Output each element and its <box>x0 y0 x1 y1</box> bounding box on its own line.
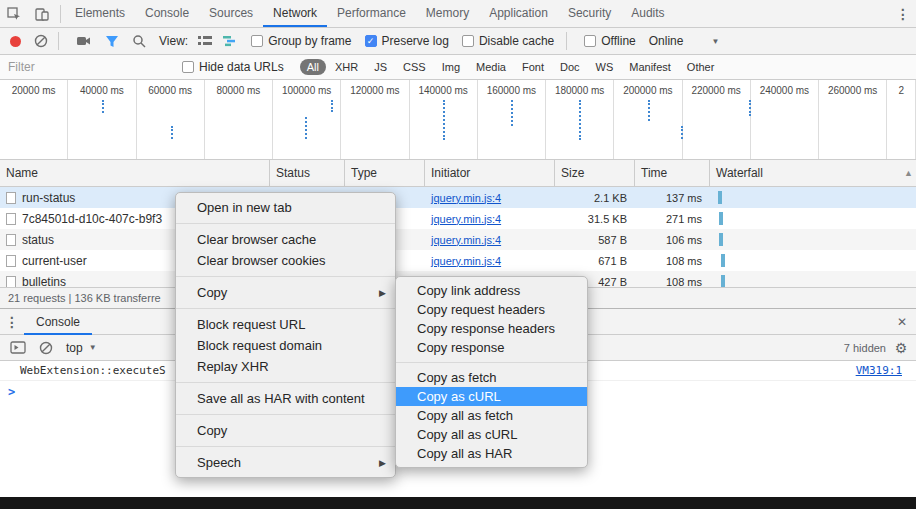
console-sidebar-toggle-button[interactable] <box>10 341 26 354</box>
menu-item-copy-all-as-har[interactable]: Copy all as HAR <box>396 444 587 463</box>
menu-item-block-request-domain[interactable]: Block request domain <box>176 335 395 356</box>
tab-elements[interactable]: Elements <box>65 0 135 27</box>
menu-item-copy-request-headers[interactable]: Copy request headers <box>396 300 587 319</box>
column-header-time[interactable]: Time <box>635 160 710 186</box>
table-row[interactable]: status jquery.min.js:4 587 B 106 ms <box>0 229 916 250</box>
scroll-up-arrow-icon[interactable]: ▲ <box>904 160 913 186</box>
menu-item-block-request-url[interactable]: Block request URL <box>176 314 395 335</box>
large-rows-toggle-button[interactable] <box>197 35 213 47</box>
menu-item-copy-response-headers[interactable]: Copy response headers <box>396 319 587 338</box>
request-size: 671 B <box>555 255 635 267</box>
clear-console-button[interactable] <box>39 341 53 355</box>
menu-item-copy-parent[interactable]: Copy ▶ <box>176 282 395 303</box>
drawer-tab-console[interactable]: Console <box>24 309 92 335</box>
timeline-tick: 60000 ms <box>137 80 205 159</box>
menu-item-clear-browser-cookies[interactable]: Clear browser cookies <box>176 250 395 271</box>
filter-input[interactable] <box>8 60 168 74</box>
devtools-menu-kebab-icon[interactable]: ⋮ <box>890 6 916 22</box>
requests-table-header: Name Status Type Initiator Size Time Wat… <box>0 160 916 187</box>
menu-item-copy-response[interactable]: Copy response <box>396 338 587 357</box>
filter-toggle-button[interactable] <box>105 35 119 48</box>
request-name: bulletins <box>22 275 66 288</box>
menu-item-copy-as-fetch[interactable]: Copy as fetch <box>396 368 587 387</box>
filter-pill-img[interactable]: Img <box>435 59 467 75</box>
menu-item-clear-browser-cache[interactable]: Clear browser cache <box>176 229 395 250</box>
tab-console[interactable]: Console <box>135 0 199 27</box>
toolbar-separator <box>60 5 61 23</box>
column-header-size[interactable]: Size <box>555 160 635 186</box>
filter-pill-all[interactable]: All <box>300 59 326 75</box>
console-settings-gear-icon[interactable]: ⚙ <box>886 340 916 356</box>
console-message-source-link[interactable]: VM319:1 <box>856 364 902 377</box>
tab-performance[interactable]: Performance <box>327 0 416 27</box>
preserve-log-label: Preserve log <box>382 34 449 48</box>
tab-sources[interactable]: Sources <box>199 0 263 27</box>
record-button[interactable] <box>10 36 21 47</box>
menu-item-speech[interactable]: Speech ▶ <box>176 452 395 473</box>
menu-item-replay-xhr[interactable]: Replay XHR <box>176 356 395 377</box>
execution-context-dropdown[interactable]: top ▼ <box>66 341 97 355</box>
clear-requests-button[interactable] <box>34 34 48 48</box>
throttling-dropdown[interactable]: Online ▼ <box>649 34 720 48</box>
inspect-element-button[interactable] <box>0 0 28 27</box>
table-row[interactable]: run-status jquery.min.js:4 2.1 KB 137 ms <box>0 187 916 208</box>
tab-application[interactable]: Application <box>479 0 558 27</box>
hide-data-urls-label: Hide data URLs <box>199 60 284 74</box>
filter-pill-font[interactable]: Font <box>515 59 551 75</box>
column-header-initiator[interactable]: Initiator <box>425 160 555 186</box>
filter-pill-xhr[interactable]: XHR <box>328 59 365 75</box>
tab-network[interactable]: Network <box>263 0 327 27</box>
device-toolbar-button[interactable] <box>28 0 56 27</box>
overview-toggle-button[interactable] <box>222 35 238 47</box>
column-header-waterfall[interactable]: Waterfall ▲ <box>710 160 916 186</box>
initiator-link[interactable]: jquery.min.js:4 <box>431 213 501 225</box>
column-header-name[interactable]: Name <box>0 160 270 186</box>
toolbar-separator <box>566 32 567 50</box>
checkbox-icon <box>462 35 474 47</box>
search-button[interactable] <box>132 34 146 48</box>
network-overview-timeline[interactable]: 20000 ms 40000 ms 60000 ms 80000 ms 1000… <box>0 80 916 160</box>
activity-mark <box>443 100 445 140</box>
menu-separator <box>176 414 395 415</box>
table-row[interactable]: current-user jquery.min.js:4 671 B 108 m… <box>0 250 916 271</box>
preserve-log-checkbox[interactable]: ✓ Preserve log <box>365 34 449 48</box>
table-row[interactable]: 7c84501d-d10c-407c-b9f3 jquery.min.js:4 … <box>0 208 916 229</box>
menu-item-copy-all-as-fetch[interactable]: Copy all as fetch <box>396 406 587 425</box>
filter-pill-manifest[interactable]: Manifest <box>622 59 678 75</box>
filter-pill-other[interactable]: Other <box>680 59 722 75</box>
tab-security[interactable]: Security <box>558 0 621 27</box>
network-toolbar: View: Group by frame ✓ Preserve log Disa… <box>0 28 916 55</box>
filter-pill-media[interactable]: Media <box>469 59 513 75</box>
dropdown-arrow-icon: ▼ <box>711 37 719 46</box>
tab-memory[interactable]: Memory <box>416 0 479 27</box>
filter-pill-js[interactable]: JS <box>367 59 394 75</box>
column-header-type[interactable]: Type <box>345 160 425 186</box>
group-by-frame-checkbox[interactable]: Group by frame <box>251 34 351 48</box>
activity-mark <box>749 100 751 116</box>
filter-pill-ws[interactable]: WS <box>589 59 621 75</box>
drawer-close-icon[interactable]: ✕ <box>888 315 916 329</box>
menu-item-copy-all-as-curl[interactable]: Copy all as cURL <box>396 425 587 444</box>
initiator-link[interactable]: jquery.min.js:4 <box>431 255 501 267</box>
menu-separator <box>176 382 395 383</box>
tab-audits[interactable]: Audits <box>621 0 674 27</box>
console-sidebar-icon <box>10 341 26 354</box>
capture-screenshots-button[interactable] <box>76 35 92 47</box>
menu-item-copy-as-curl[interactable]: Copy as cURL <box>396 387 587 406</box>
drawer-menu-kebab-icon[interactable]: ⋮ <box>0 314 24 330</box>
filter-pill-doc[interactable]: Doc <box>553 59 587 75</box>
menu-item-copy-link-address[interactable]: Copy link address <box>396 281 587 300</box>
column-header-status[interactable]: Status <box>270 160 345 186</box>
funnel-icon <box>105 35 119 48</box>
initiator-link[interactable]: jquery.min.js:4 <box>431 234 501 246</box>
throttling-value: Online <box>649 34 684 48</box>
offline-checkbox[interactable]: Offline <box>584 34 635 48</box>
menu-item-open-in-new-tab[interactable]: Open in new tab <box>176 197 395 218</box>
hidden-messages-count[interactable]: 7 hidden <box>844 342 886 354</box>
initiator-link[interactable]: jquery.min.js:4 <box>431 192 501 204</box>
menu-item-save-har[interactable]: Save all as HAR with content <box>176 388 395 409</box>
filter-pill-css[interactable]: CSS <box>396 59 433 75</box>
menu-item-copy[interactable]: Copy <box>176 420 395 441</box>
disable-cache-checkbox[interactable]: Disable cache <box>462 34 554 48</box>
hide-data-urls-checkbox[interactable]: Hide data URLs <box>182 60 284 74</box>
